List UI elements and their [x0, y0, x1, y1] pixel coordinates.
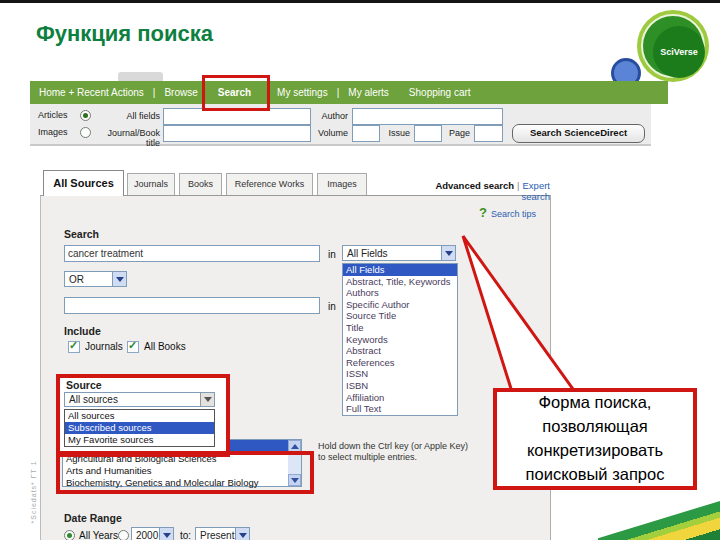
check-icon: ✓ — [128, 339, 137, 352]
field-option[interactable]: Affiliation — [343, 392, 457, 404]
corner-stripes-decoration — [598, 497, 720, 540]
nav-notch — [118, 72, 163, 81]
search-tips-link[interactable]: Search tips — [491, 209, 536, 219]
field-option[interactable]: Keywords — [343, 334, 457, 346]
field-option-selected[interactable]: All Fields — [343, 264, 457, 276]
journals-checkbox[interactable]: ✓ — [68, 341, 80, 353]
year-to-arrow-button[interactable] — [235, 528, 249, 540]
multi-select-hint: Hold down the Ctrl key (or Apple Key) to… — [318, 441, 468, 463]
field-option[interactable]: Source Title — [343, 310, 457, 322]
images-radio[interactable] — [80, 127, 91, 138]
field-select-value: All Fields — [347, 248, 388, 259]
year-from-arrow-button[interactable] — [159, 528, 173, 540]
journal-book-title-input[interactable] — [163, 125, 311, 142]
hint-line-2: to select multiple entries. — [318, 452, 468, 463]
chevron-down-icon — [239, 533, 247, 538]
search-term-input[interactable] — [64, 245, 320, 262]
advanced-search-link[interactable]: Advanced search — [435, 180, 514, 191]
field-select-arrow-button[interactable] — [441, 246, 455, 260]
callout-text: Форма поиска, позволяющая конкретизирова… — [497, 391, 693, 487]
source-select[interactable]: All sources — [64, 392, 215, 407]
field-option[interactable]: Authors — [343, 287, 457, 299]
annotation-box-source: Source All sources All sources Subscribe… — [56, 374, 230, 457]
all-books-checkbox[interactable]: ✓ — [127, 341, 139, 353]
source-option[interactable]: All sources — [65, 410, 214, 422]
nav-home[interactable]: Home + Recent Actions — [39, 87, 144, 98]
nav-browse[interactable]: Browse — [164, 87, 197, 98]
include-section-label: Include — [64, 325, 101, 337]
field-option[interactable]: Abstract — [343, 345, 457, 357]
all-years-label: All Years — [79, 530, 118, 540]
year-from-select[interactable]: 2000 — [131, 527, 174, 540]
left-watermark: *Sciedats* ГТ 1 — [30, 414, 37, 524]
arrow-up-icon — [291, 444, 299, 449]
nav-separator: | — [153, 87, 156, 98]
all-books-checkbox-label: All Books — [144, 341, 186, 352]
nav-shopping-cart[interactable]: Shopping cart — [409, 87, 471, 98]
sciverse-logo: SciVerse — [637, 10, 709, 82]
volume-input[interactable] — [352, 125, 380, 142]
field-option[interactable]: Title — [343, 322, 457, 334]
field-option[interactable]: Specific Author — [343, 299, 457, 311]
search-tips[interactable]: ?Search tips — [479, 205, 536, 220]
search-section-label: Search — [64, 228, 99, 240]
journals-checkbox-label: Journals — [85, 341, 123, 352]
source-options-list: All sources Subscribed sources My Favori… — [64, 409, 215, 447]
advanced-links: Advanced search|Expert search — [405, 180, 550, 202]
field-select[interactable]: All Fields — [342, 245, 456, 261]
tab-all-sources[interactable]: All Sources — [43, 170, 124, 196]
year-range-radio[interactable] — [118, 530, 129, 540]
tab-reference-works[interactable]: Reference Works — [226, 173, 313, 195]
volume-label: Volume — [315, 128, 348, 138]
source-option-selected[interactable]: Subscribed sources — [65, 422, 214, 434]
page-title: Функция поиска — [36, 21, 213, 47]
field-option[interactable]: References — [343, 357, 457, 369]
articles-radio-label: Articles — [38, 110, 68, 120]
author-input[interactable] — [352, 108, 503, 125]
search-term-input-2[interactable] — [64, 297, 320, 314]
page-label: Page — [442, 128, 470, 138]
boolean-select-arrow-button[interactable] — [112, 272, 126, 286]
chevron-down-icon — [163, 533, 171, 538]
page-input[interactable] — [474, 125, 503, 142]
issue-input[interactable] — [414, 125, 442, 142]
all-years-radio[interactable] — [64, 530, 75, 540]
field-option[interactable]: ISBN — [343, 380, 457, 392]
source-option[interactable]: My Favorite sources — [65, 434, 214, 446]
main-navbar: Home + Recent Actions | Browse Search My… — [30, 81, 668, 104]
quick-search-bar: Articles All fields Author Images Journa… — [30, 104, 651, 146]
sciverse-logo-center: SciVerse — [653, 26, 705, 78]
callout-box: Форма поиска, позволяющая конкретизирова… — [493, 388, 697, 490]
tab-books[interactable]: Books — [179, 173, 222, 195]
year-to-select[interactable]: Present — [195, 527, 250, 540]
tab-images[interactable]: Images — [317, 173, 367, 195]
chevron-down-icon — [204, 397, 212, 402]
field-option[interactable]: Abstract, Title, Keywords — [343, 276, 457, 288]
nav-separator: | — [337, 87, 340, 98]
issue-label: Issue — [382, 128, 410, 138]
check-icon: ✓ — [69, 339, 78, 352]
nav-my-settings[interactable]: My settings — [277, 87, 328, 98]
to-label: to: — [180, 530, 191, 540]
images-radio-label: Images — [38, 127, 68, 137]
field-option[interactable]: Full Text — [343, 403, 457, 415]
field-option[interactable]: ISSN — [343, 368, 457, 380]
chevron-down-icon — [116, 277, 124, 282]
boolean-operator-select[interactable]: OR — [64, 271, 127, 287]
author-label: Author — [318, 111, 348, 121]
nav-my-alerts[interactable]: My alerts — [348, 87, 389, 98]
year-to-value: Present — [200, 530, 234, 540]
year-from-value: 2000 — [136, 530, 158, 540]
search-sciencedirect-button[interactable]: Search ScienceDirect — [512, 124, 645, 143]
boolean-operator-value: OR — [69, 274, 84, 285]
articles-radio[interactable] — [80, 110, 91, 121]
annotation-box-search — [202, 75, 270, 111]
hint-line-1: Hold down the Ctrl key (or Apple Key) — [318, 441, 468, 452]
expert-search-link[interactable]: Expert search — [521, 180, 550, 202]
source-section-label: Source — [66, 379, 102, 391]
sciverse-logo-label: SciVerse — [660, 47, 698, 57]
journal-book-title-label: Journal/Book title — [92, 128, 160, 148]
source-select-arrow-button[interactable] — [200, 393, 214, 406]
tab-journals[interactable]: Journals — [127, 173, 175, 195]
source-select-value: All sources — [69, 394, 118, 405]
